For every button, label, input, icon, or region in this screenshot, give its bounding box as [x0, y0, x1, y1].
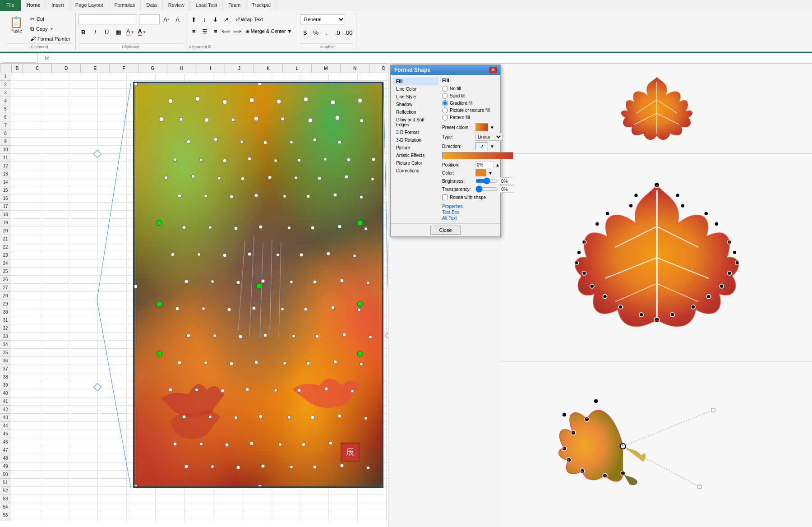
grid-cell[interactable]: [98, 341, 127, 349]
grid-cell[interactable]: [69, 227, 98, 235]
grid-cell[interactable]: [11, 154, 40, 162]
grid-cell[interactable]: [11, 511, 40, 519]
grid-cell[interactable]: [69, 170, 98, 178]
grid-cell[interactable]: [156, 519, 185, 521]
grid-cell[interactable]: [11, 235, 40, 243]
grid-cell[interactable]: [98, 333, 127, 341]
grid-cell[interactable]: [40, 243, 69, 251]
number-format-select[interactable]: General: [300, 14, 345, 24]
decrease-decimal-button[interactable]: .0: [332, 28, 342, 37]
grid-cell[interactable]: [69, 97, 98, 105]
grid-cell[interactable]: [98, 357, 127, 365]
grid-cell[interactable]: [69, 333, 98, 341]
position-spinner-up[interactable]: ▲: [495, 162, 500, 167]
grid-cell[interactable]: [98, 430, 127, 438]
grid-cell[interactable]: [98, 308, 127, 316]
grid-cell[interactable]: [11, 186, 40, 194]
grid-cell[interactable]: [40, 146, 69, 154]
grid-cell[interactable]: [242, 487, 271, 495]
grid-cell[interactable]: [98, 235, 127, 243]
grid-cell[interactable]: [11, 211, 40, 219]
align-left-button[interactable]: ≡: [189, 26, 199, 36]
grid-cell[interactable]: [271, 511, 300, 519]
grid-cell[interactable]: [127, 511, 156, 519]
grid-cell[interactable]: [98, 203, 127, 211]
grid-cell[interactable]: [98, 268, 127, 276]
grid-cell[interactable]: [213, 519, 242, 521]
bold-button[interactable]: B: [78, 27, 88, 37]
formula-input[interactable]: [53, 54, 810, 63]
col-header-D[interactable]: D: [52, 64, 81, 73]
grid-cell[interactable]: [213, 487, 242, 495]
grid-cell[interactable]: [40, 138, 69, 146]
dialog-nav-corrections[interactable]: Corrections: [393, 167, 438, 175]
dialog-nav-glow[interactable]: Glow and Soft Edges: [393, 116, 438, 129]
grid-cell[interactable]: [69, 138, 98, 146]
direction-picker[interactable]: ↗: [475, 142, 488, 150]
grid-cell[interactable]: [40, 186, 69, 194]
grid-cell[interactable]: [11, 129, 40, 138]
grid-cell[interactable]: [40, 227, 69, 235]
grid-cell[interactable]: [213, 73, 242, 81]
grid-cell[interactable]: [11, 341, 40, 349]
grid-cell[interactable]: [156, 73, 185, 81]
tab-data[interactable]: Data: [141, 0, 162, 11]
grid-cell[interactable]: [242, 503, 271, 511]
grid-cell[interactable]: [329, 511, 358, 519]
align-center-button[interactable]: ☰: [200, 26, 210, 36]
grid-cell[interactable]: [11, 138, 40, 146]
grid-cell[interactable]: [242, 73, 271, 81]
brightness-input[interactable]: [500, 177, 513, 185]
grid-cell[interactable]: [11, 162, 40, 170]
grid-cell[interactable]: [11, 268, 40, 276]
grid-cell[interactable]: [40, 471, 69, 479]
grid-cell[interactable]: [11, 454, 40, 462]
grid-cell[interactable]: [127, 487, 156, 495]
grid-cell[interactable]: [98, 389, 127, 398]
gradient-fill-radio[interactable]: [442, 100, 448, 106]
col-header-E[interactable]: E: [81, 64, 110, 73]
grid-cell[interactable]: [358, 519, 387, 521]
grid-cell[interactable]: [40, 292, 69, 300]
grid-cell[interactable]: [185, 503, 213, 511]
grid-cell[interactable]: [11, 471, 40, 479]
grid-cell[interactable]: [358, 487, 387, 495]
border-button[interactable]: ▦: [114, 27, 124, 37]
grid-cell[interactable]: [69, 105, 98, 113]
italic-button[interactable]: I: [90, 27, 100, 37]
underline-button[interactable]: U: [102, 27, 112, 37]
grid-cell[interactable]: [11, 178, 40, 186]
dialog-nav-line-color[interactable]: Line Color: [393, 85, 438, 93]
grid-cell[interactable]: [98, 316, 127, 324]
grid-cell[interactable]: [40, 503, 69, 511]
grid-cell[interactable]: [329, 73, 358, 81]
grid-cell[interactable]: [40, 203, 69, 211]
grid-cell[interactable]: [98, 138, 127, 146]
grid-cell[interactable]: [329, 503, 358, 511]
grid-cell[interactable]: [300, 73, 329, 81]
grid-cell[interactable]: [40, 178, 69, 186]
grid-cell[interactable]: [98, 97, 127, 105]
grid-cell[interactable]: [11, 203, 40, 211]
grid-cell[interactable]: [98, 113, 127, 121]
grid-cell[interactable]: [98, 146, 127, 154]
grid-cell[interactable]: [40, 495, 69, 503]
grid-cell[interactable]: [40, 89, 69, 97]
grid-cell[interactable]: [98, 178, 127, 186]
grid-cell[interactable]: [40, 406, 69, 414]
grid-cell[interactable]: [40, 308, 69, 316]
grid-cell[interactable]: [69, 154, 98, 162]
solid-fill-radio[interactable]: [442, 93, 448, 99]
preset-colors-picker[interactable]: [475, 123, 488, 131]
grid-cell[interactable]: [69, 162, 98, 170]
grid-cell[interactable]: [40, 113, 69, 121]
grid-cell[interactable]: [98, 365, 127, 373]
grid-cell[interactable]: [11, 219, 40, 227]
grid-cell[interactable]: [300, 519, 329, 521]
grid-cell[interactable]: [11, 373, 40, 381]
grid-cell[interactable]: [40, 365, 69, 373]
format-shape-dialog[interactable]: Format Shape ✕ Fill Line Color Line Styl…: [390, 65, 501, 237]
grid-cell[interactable]: [40, 519, 69, 521]
color-picker-swatch[interactable]: [475, 169, 486, 176]
grid-cell[interactable]: [185, 511, 213, 519]
